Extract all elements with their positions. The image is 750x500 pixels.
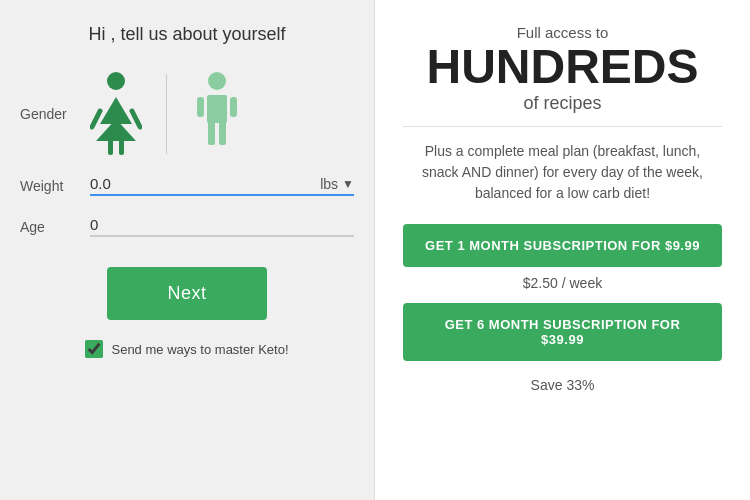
female-icon [90,69,142,159]
weight-input[interactable] [90,175,312,192]
age-input-wrap [90,216,354,237]
age-label: Age [20,219,80,235]
gender-label: Gender [20,106,80,122]
svg-point-0 [107,72,125,90]
svg-line-6 [132,111,140,127]
svg-rect-4 [119,137,124,155]
weight-row: Weight lbs ▼ [20,175,354,196]
right-subtitle: Full access to [517,24,609,41]
svg-rect-12 [230,97,237,117]
weight-label: Weight [20,178,80,194]
newsletter-label: Send me ways to master Keto! [111,342,288,357]
month-subscription-button[interactable]: GET 1 MONTH SUBSCRIPTION FOR $9.99 [403,224,722,267]
gender-male-option[interactable] [191,69,243,159]
right-description: Plus a complete meal plan (breakfast, lu… [408,141,718,204]
price-per-week: $2.50 / week [523,275,602,291]
svg-rect-10 [219,121,226,145]
svg-line-5 [92,111,100,127]
svg-rect-11 [197,97,204,117]
male-icon [191,69,243,159]
age-row: Age [20,216,354,237]
right-divider [403,126,722,127]
age-input[interactable] [90,216,354,233]
save-text: Save 33% [531,377,595,393]
svg-rect-3 [108,137,113,155]
six-month-subscription-button[interactable]: GET 6 MONTH SUBSCRIPTION FOR $39.99 [403,303,722,361]
left-panel: Hi , tell us about yourself Gender [0,0,375,500]
right-panel: Full access to HUNDREDS of recipes Plus … [375,0,750,500]
page-title: Hi , tell us about yourself [88,24,285,45]
right-sub2: of recipes [523,93,601,114]
gender-icons [90,69,243,159]
svg-rect-8 [207,95,227,123]
newsletter-checkbox-row: Send me ways to master Keto! [85,340,288,358]
weight-unit: lbs [320,176,338,192]
weight-input-wrap: lbs ▼ [90,175,354,196]
right-headline: HUNDREDS [426,43,698,91]
gender-divider [166,74,167,154]
next-button[interactable]: Next [107,267,267,320]
newsletter-checkbox[interactable] [85,340,103,358]
gender-female-option[interactable] [90,69,142,159]
svg-point-7 [208,72,226,90]
weight-unit-dropdown[interactable]: ▼ [342,177,354,191]
gender-section: Gender [20,69,354,159]
svg-rect-9 [208,121,215,145]
